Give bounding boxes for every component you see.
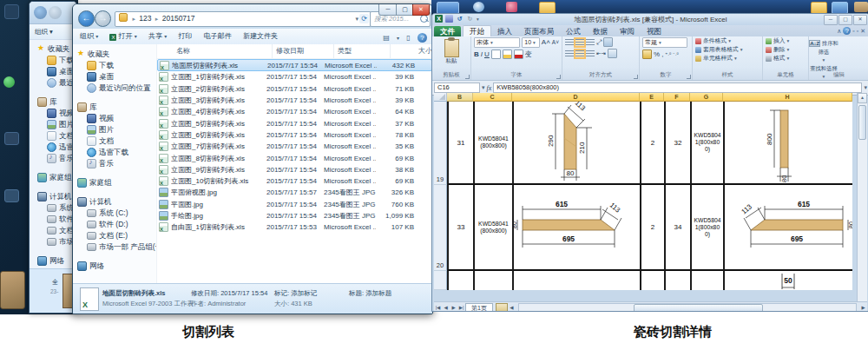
taskbar-browser-icon[interactable] [473, 2, 484, 12]
conditional-formatting-button[interactable]: 条件格式 ▾ [693, 36, 762, 45]
file-row[interactable]: 立面图_4切割砖列表.xls2015/7/17 15:54Microsoft E… [157, 106, 432, 117]
row-header-partial[interactable] [434, 271, 447, 290]
cell-F19[interactable]: 32 [664, 102, 690, 185]
cell-D20-drawing[interactable]: 615 695 80 113 [512, 185, 640, 271]
bold-button[interactable]: B [474, 50, 479, 59]
cell-D21[interactable] [512, 271, 640, 290]
chevron-down-icon[interactable]: ▾ [482, 84, 485, 91]
sidebar-item[interactable]: 家庭组 [33, 172, 76, 183]
dialog-launcher-icon[interactable] [687, 75, 691, 79]
help-icon[interactable]: ? [843, 27, 851, 35]
sidebar-item[interactable]: 桌面 [33, 66, 76, 77]
borders-icon[interactable] [491, 50, 501, 59]
views-icon[interactable]: ▤ ▾ [383, 34, 399, 42]
file-row[interactable]: 平面图.jpg2015/7/17 15:542345看图王 JPG ...760… [157, 199, 432, 210]
print-button[interactable]: 打印 [178, 30, 192, 43]
column-header-name[interactable]: 名称 [173, 44, 273, 58]
taskbar-app-icon[interactable] [854, 2, 868, 12]
sidebar-item[interactable]: 计算机 [73, 196, 156, 208]
align-right-icon[interactable] [586, 50, 595, 57]
desktop-icon[interactable] [3, 76, 15, 88]
sidebar-item[interactable]: 网络 [73, 261, 156, 272]
prev-sheet-icon[interactable]: ◀ [442, 305, 450, 310]
close-button[interactable]: ✕ [412, 4, 430, 16]
back-button[interactable] [34, 6, 47, 19]
grow-font-icon[interactable]: A˄ [542, 38, 550, 47]
align-center-icon[interactable] [575, 50, 584, 57]
last-sheet-icon[interactable]: ▶| [457, 305, 465, 310]
dialog-launcher-icon[interactable] [465, 75, 470, 79]
cell-H19-drawing[interactable]: 800 80 [723, 102, 852, 185]
file-row[interactable]: 手绘图.jpg2015/7/17 15:542345看图王 JPG ...1,0… [157, 210, 432, 221]
sidebar-item[interactable]: 文档 (E:) [33, 225, 76, 236]
hscroll-right-icon[interactable]: ▶ [859, 305, 867, 310]
format-as-table-button[interactable]: 套用表格格式 ▾ [693, 45, 762, 54]
column-header-F[interactable]: F [664, 93, 690, 102]
expand-formula-bar-icon[interactable]: ▾ [864, 84, 867, 91]
chevron-down-icon[interactable]: ▾ [355, 12, 358, 25]
sidebar-item[interactable]: 迅雷下载 [33, 142, 76, 153]
dialog-launcher-icon[interactable] [634, 75, 638, 79]
cell-C20[interactable]: KWD58041(800x800) [473, 185, 512, 271]
cell-E21[interactable] [640, 271, 664, 290]
window-mini-icons[interactable]: ▫ ▫ ✕ [852, 28, 865, 34]
sidebar-item[interactable]: 图片 [33, 119, 76, 130]
comma-style-icon[interactable]: , [661, 50, 663, 59]
cell-C19[interactable]: KWD58041(800x800) [473, 102, 512, 185]
open-button[interactable]: X打开 ▾ [109, 30, 136, 43]
taskbar-window-button[interactable] [437, 2, 459, 14]
delete-cells-button[interactable]: 删除 ▾ [763, 45, 808, 54]
sidebar-item[interactable]: 文档 (E:) [73, 230, 156, 241]
percent-style-icon[interactable]: % [654, 50, 660, 59]
select-all-corner[interactable] [434, 93, 447, 102]
cell-D19-drawing[interactable]: 290 210 80 113 [512, 102, 640, 185]
sidebar-item[interactable]: 迅雷下载 [73, 147, 156, 158]
fill-color-icon[interactable] [503, 50, 512, 59]
formula-input[interactable]: KWB58058(800x800) [493, 83, 862, 93]
align-left-icon[interactable] [565, 50, 574, 57]
forward-button[interactable] [49, 6, 62, 19]
horizontal-scrollbar[interactable] [518, 303, 857, 313]
align-top-icon[interactable] [565, 39, 574, 46]
scroll-up-icon[interactable]: ▲ [858, 93, 867, 103]
file-row[interactable]: 立面图_9切割砖列表.xls2015/7/17 15:54Microsoft E… [157, 164, 432, 175]
underline-button[interactable]: U [484, 50, 490, 59]
row-header-19[interactable]: 19 [434, 102, 447, 185]
file-row[interactable]: 自由面_1切割砖列表.xls2015/7/17 15:53Microsoft E… [157, 221, 432, 233]
merge-center-icon[interactable] [608, 49, 617, 58]
accounting-format-icon[interactable] [642, 50, 652, 59]
sidebar-item[interactable]: 视频 [73, 113, 156, 124]
dialog-launcher-icon[interactable] [556, 75, 561, 79]
cell-G21[interactable] [690, 271, 723, 290]
sidebar-item[interactable]: 下载 [33, 55, 76, 66]
cell-F20[interactable]: 34 [664, 185, 690, 271]
column-header-G[interactable]: G [690, 93, 723, 102]
tab-formulas[interactable]: 公式 [560, 26, 587, 36]
excel-window[interactable]: X ↺ ↻ ▾ 地面层切割砖列表.xls [兼容模式] - Microsoft … [431, 13, 868, 312]
file-row[interactable]: 立面图_3切割砖列表.xls2015/7/17 15:54Microsoft E… [157, 95, 432, 106]
maximize-button[interactable]: ▢ [838, 15, 852, 25]
tab-data[interactable]: 数据 [587, 26, 614, 36]
taskbar-app-icon[interactable] [506, 2, 517, 12]
sidebar-item[interactable]: 音乐 [33, 153, 76, 164]
shrink-font-icon[interactable]: A˅ [552, 38, 559, 47]
indent-icons[interactable]: ⇤⇥ [596, 50, 606, 58]
forward-button[interactable]: → [95, 10, 111, 27]
taskbar-folder-icon[interactable] [832, 2, 848, 14]
paste-button[interactable]: 粘贴 [432, 57, 470, 65]
organize-menu[interactable]: 组织 ▾ [80, 30, 98, 43]
preview-pane-icon[interactable]: ▯ [406, 34, 410, 42]
minimize-button[interactable]: ─ [824, 15, 838, 25]
sidebar-item[interactable]: 音乐 [73, 158, 156, 169]
tab-file[interactable]: 文件 [434, 26, 461, 36]
back-button[interactable]: ← [78, 10, 95, 27]
column-header-D[interactable]: D [512, 93, 640, 102]
file-row[interactable]: 平面俯视图.jpg2015/7/17 15:572345看图王 JPG ...3… [157, 187, 432, 198]
format-cells-button[interactable]: 格式 ▾ [763, 54, 808, 63]
cell-B19[interactable]: 31 [447, 102, 473, 185]
sidebar-item[interactable]: 系统 (C:) [33, 202, 76, 214]
italic-button[interactable]: I [481, 50, 483, 59]
phonetic-icon[interactable]: 变 [525, 50, 532, 59]
sidebar-item[interactable]: 收藏夹 [33, 43, 76, 55]
cell-F21[interactable] [664, 271, 690, 290]
